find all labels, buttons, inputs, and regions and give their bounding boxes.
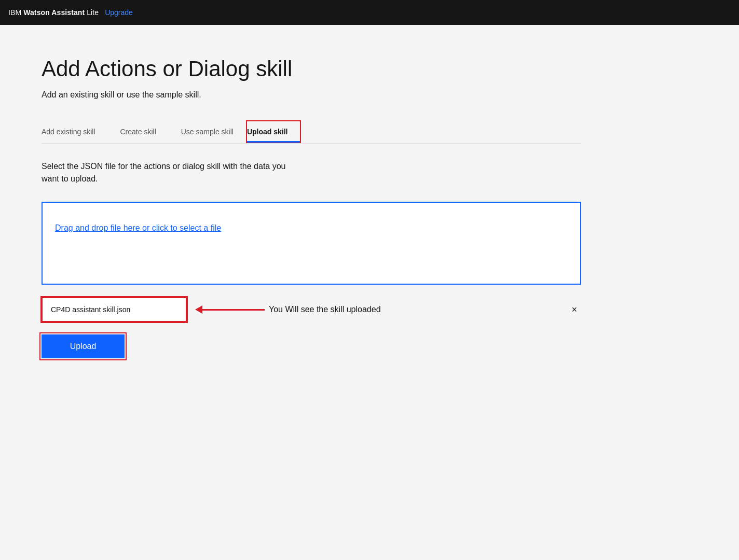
- upgrade-link[interactable]: Upgrade: [105, 8, 133, 17]
- drop-zone-link[interactable]: Drag and drop file here or click to sele…: [55, 223, 221, 233]
- file-name: CP4D assistant skill.json: [51, 305, 130, 314]
- tab-create-skill[interactable]: Create skill: [108, 120, 169, 143]
- main-content: Add Actions or Dialog skill Add an exist…: [0, 25, 623, 389]
- tab-use-sample[interactable]: Use sample skill: [169, 120, 246, 143]
- brand-suffix: Lite: [85, 8, 99, 17]
- app-header: IBM Watson Assistant Lite Upgrade: [0, 0, 739, 25]
- page-subtitle: Add an existing skill or use the sample …: [42, 90, 581, 100]
- brand-prefix: IBM: [8, 8, 23, 17]
- description-line1: Select the JSON file for the actions or …: [42, 162, 285, 171]
- arrow-body: [202, 309, 265, 311]
- description-line2: want to upload.: [42, 174, 98, 183]
- close-icon[interactable]: ×: [567, 304, 581, 315]
- file-item: CP4D assistant skill.json: [42, 297, 187, 322]
- tab-upload-skill[interactable]: Upload skill: [247, 121, 300, 142]
- file-drop-zone[interactable]: Drag and drop file here or click to sele…: [42, 202, 581, 285]
- tab-upload-wrapper: Upload skill: [246, 120, 302, 143]
- brand-bold: Watson Assistant: [23, 8, 85, 17]
- arrow-head-icon: [195, 305, 202, 314]
- brand-name: IBM Watson Assistant Lite: [8, 8, 99, 17]
- page-title: Add Actions or Dialog skill: [42, 56, 581, 82]
- upload-description: Select the JSON file for the actions or …: [42, 160, 363, 185]
- arrow-line: [195, 305, 265, 314]
- tabs-container: Add existing skill Create skill Use samp…: [42, 120, 581, 144]
- tab-add-existing[interactable]: Add existing skill: [42, 120, 108, 143]
- file-item-container: CP4D assistant skill.json You Will see t…: [42, 297, 581, 322]
- upload-button[interactable]: Upload: [42, 334, 125, 358]
- annotation-text: You Will see the skill uploaded: [269, 305, 381, 314]
- arrow-annotation: You Will see the skill uploaded ×: [195, 304, 581, 315]
